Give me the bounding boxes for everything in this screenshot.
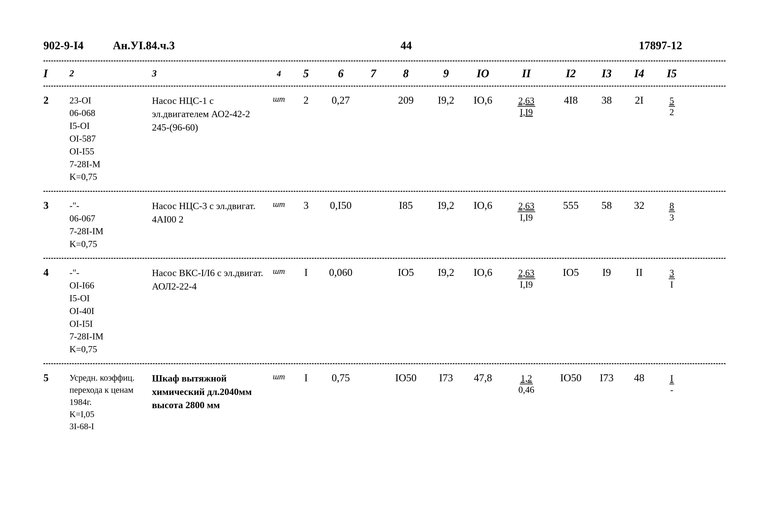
row2-col14: 2I <box>623 94 656 106</box>
col-header-2: 2 <box>69 67 152 80</box>
row3-col11: 2,63 I,I9 <box>501 199 551 223</box>
row3-col2: -"- 06-067 7-28I-IM K=0,75 <box>69 199 152 250</box>
column-headers: I 2 3 4 5 6 7 8 9 IO II I2 I3 I4 I5 <box>43 61 726 86</box>
col-header-12: I2 <box>551 67 591 80</box>
col-header-6: 6 <box>319 67 362 80</box>
row4-col3: Насос ВКС-I/I6 с эл.двигат.АОЛ2-22-4 <box>152 266 265 293</box>
row3-col13: 58 <box>591 199 623 211</box>
row4-num: 4 <box>43 266 69 278</box>
row2-col6: 0,27 <box>319 94 362 106</box>
col-header-11: II <box>501 67 551 80</box>
row5-col8: IO50 <box>384 372 428 384</box>
row4-col13: I9 <box>591 266 623 278</box>
page-number: 44 <box>217 39 596 52</box>
row5-num: 5 <box>43 372 69 384</box>
col-header-10: IO <box>464 67 501 80</box>
row5-col12: IO50 <box>551 372 591 384</box>
table-row: 3 -"- 06-067 7-28I-IM K=0,75 Насос НЦС-3… <box>43 192 726 258</box>
doc-number: 902-9-I4 <box>43 39 113 52</box>
row5-col2: Усредн. коэффиц. перехода к ценам 1984г.… <box>69 372 152 432</box>
col-header-14: I4 <box>623 67 656 80</box>
page: 902-9-I4 Ан.УI.84.ч.3 44 17897-12 I 2 3 … <box>0 0 769 532</box>
row2-col13: 38 <box>591 94 623 106</box>
row2-col10: IO,6 <box>464 94 501 106</box>
row4-col6: 0,060 <box>319 266 362 278</box>
doc-ref: Ан.УI.84.ч.3 <box>113 39 217 52</box>
row4-col2: -"- OI-I66 I5-OI OI-40I OI-I5I 7-28I-IM … <box>69 266 152 356</box>
col-header-9: 9 <box>428 67 464 80</box>
row2-col11: 2,63 I,I9 <box>501 94 551 118</box>
header-row: 902-9-I4 Ан.УI.84.ч.3 44 17897-12 <box>43 39 726 52</box>
col-header-5: 5 <box>293 67 319 80</box>
row3-col15: 8 3 <box>656 199 688 223</box>
col-header-8: 8 <box>384 67 428 80</box>
col-header-3: 3 <box>152 67 265 80</box>
col-header-15: I5 <box>656 67 688 80</box>
row5-col13: I73 <box>591 372 623 384</box>
row3-col10: IO,6 <box>464 199 501 211</box>
row4-col10: IO,6 <box>464 266 501 278</box>
row2-col9: I9,2 <box>428 94 464 106</box>
row4-col4: шт <box>265 266 293 276</box>
row5-col9: I73 <box>428 372 464 384</box>
row3-col4: шт <box>265 199 293 209</box>
row3-col6: 0,I50 <box>319 199 362 211</box>
row2-col12: 4I8 <box>551 94 591 106</box>
row4-col8: IO5 <box>384 266 428 278</box>
row4-col9: I9,2 <box>428 266 464 278</box>
row5-col6: 0,75 <box>319 372 362 384</box>
table: I 2 3 4 5 6 7 8 9 IO II I2 I3 I4 I5 2 23… <box>43 61 726 440</box>
row4-col14: II <box>623 266 656 278</box>
col-header-7: 7 <box>362 67 384 80</box>
row4-col11: 2,63 I,I9 <box>501 266 551 290</box>
row2-col15: 5 2 <box>656 94 688 118</box>
row5-col10: 47,8 <box>464 372 501 384</box>
row5-col14: 48 <box>623 372 656 384</box>
row5-col15: I - <box>656 372 688 395</box>
row3-col8: I85 <box>384 199 428 211</box>
table-row: 2 23-OI 06-068 I5-OI OI-587 OI-I55 7-28I… <box>43 87 726 191</box>
row5-col4: шт <box>265 372 293 381</box>
ref-number: 17897-12 <box>596 39 726 52</box>
row5-col11: 1,2 0,46 <box>501 372 551 395</box>
col-header-1: I <box>43 67 69 80</box>
row2-col5: 2 <box>293 94 319 106</box>
row4-col12: IO5 <box>551 266 591 278</box>
row3-col5: 3 <box>293 199 319 211</box>
row3-col9: I9,2 <box>428 199 464 211</box>
row5-col3: Шкаф вытяжной химический дл.2040мм высот… <box>152 372 265 412</box>
table-row: 4 -"- OI-I66 I5-OI OI-40I OI-I5I 7-28I-I… <box>43 259 726 363</box>
row2-num: 2 <box>43 94 69 106</box>
row4-col5: I <box>293 266 319 278</box>
col-header-13: I3 <box>591 67 623 80</box>
row4-col15: 3 I <box>656 266 688 290</box>
row2-col4: шт <box>265 94 293 104</box>
row3-col3: Насос НЦС-3 с эл.двигат.4АI00 2 <box>152 199 265 226</box>
row2-col8: 209 <box>384 94 428 106</box>
table-row: 5 Усредн. коэффиц. перехода к ценам 1984… <box>43 364 726 440</box>
row3-num: 3 <box>43 199 69 211</box>
row2-col2: 23-OI 06-068 I5-OI OI-587 OI-I55 7-28I-М… <box>69 94 152 183</box>
row3-col14: 32 <box>623 199 656 211</box>
row5-col5: I <box>293 372 319 384</box>
col-header-4: 4 <box>265 69 293 78</box>
row3-col12: 555 <box>551 199 591 211</box>
row2-col3: Насос НЦС-1 с эл.двигателем АО2-42-2245-… <box>152 94 265 134</box>
